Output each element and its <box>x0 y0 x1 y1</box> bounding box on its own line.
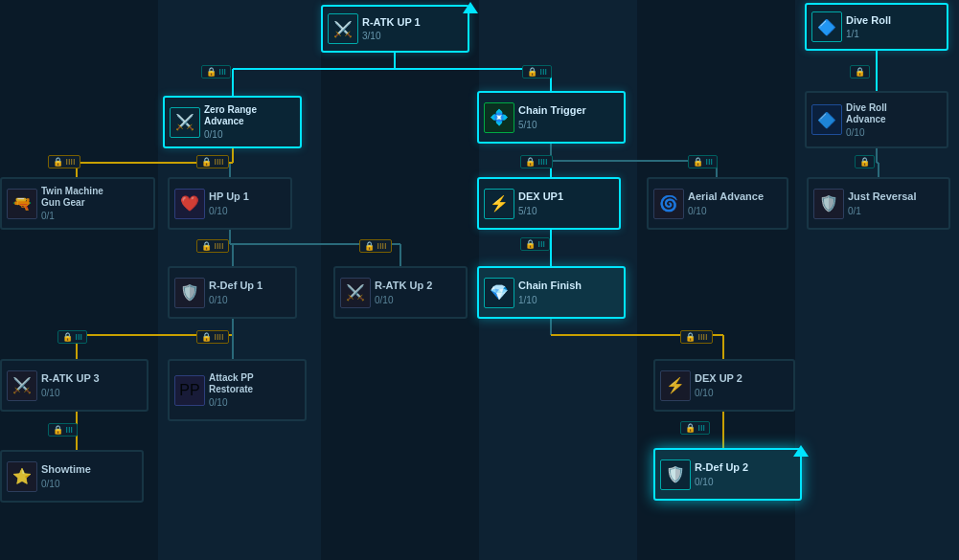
lock-dex-up2: 🔒 IIII <box>680 330 713 344</box>
col-bg-6 <box>795 0 959 560</box>
node-just-reversal[interactable]: 🛡️ Just Reversal 0/1 <box>807 177 950 230</box>
node-info-aerial-advance: Aerial Advance 0/10 <box>688 190 764 215</box>
node-level-ratk-up3: 0/10 <box>41 388 100 398</box>
lock-ratk-up3: 🔒 III <box>57 330 87 344</box>
node-info-ratk-up2: R-ATK Up 2 0/10 <box>375 280 432 304</box>
node-info-zero-range: Zero Range Advance 0/10 <box>204 104 271 140</box>
node-level-ratk-up2: 0/10 <box>375 295 432 305</box>
node-info-chain-trigger: Chain Trigger 5/10 <box>518 104 586 129</box>
node-icon-chain-trigger: 💠 <box>484 102 514 133</box>
node-icon-ratk-up3: ⚔️ <box>7 370 37 401</box>
node-icon-dive-roll: 🔷 <box>811 11 842 42</box>
node-info-dive-roll: Dive Roll 1/1 <box>846 14 891 39</box>
node-info-chain-finish: Chain Finish 1/10 <box>518 280 582 304</box>
node-info-atk-pp-restorate: Attack PP Restorate 0/10 <box>209 372 276 408</box>
node-aerial-advance[interactable]: 🌀 Aerial Advance 0/10 <box>647 177 788 230</box>
node-icon-twin-mg-gear: 🔫 <box>7 189 37 219</box>
node-chain-trigger[interactable]: 💠 Chain Trigger 5/10 <box>477 91 626 144</box>
node-icon-dex-up1: ⚡ <box>484 189 514 219</box>
node-level-aerial-advance: 0/10 <box>688 206 764 216</box>
node-icon-aerial-advance: 🌀 <box>653 189 684 219</box>
node-info-r-def-up2: R-Def Up 2 0/10 <box>695 461 748 486</box>
lock-chain-trigger: 🔒 III <box>522 65 552 78</box>
node-info-just-reversal: Just Reversal 0/1 <box>848 190 917 215</box>
lock-r-def-up2: 🔒 III <box>680 421 710 435</box>
node-name-chain-finish: Chain Finish <box>518 280 582 292</box>
node-icon-ratk-up1: ⚔️ <box>328 13 358 44</box>
node-name-twin-mg-gear: Twin Machine Gun Gear <box>41 186 108 209</box>
node-info-ratk-up3: R-ATK UP 3 0/10 <box>41 372 100 397</box>
node-r-def-up2[interactable]: 🛡️ R-Def Up 2 0/10 <box>653 448 802 501</box>
lock-dex-up1: 🔒 IIII <box>520 155 553 168</box>
lock-twin-mg: 🔒 IIII <box>48 155 80 168</box>
node-level-dive-roll: 1/1 <box>846 29 891 39</box>
node-icon-zero-range: ⚔️ <box>170 107 200 138</box>
node-info-dive-roll-advance: Dive Roll Advance 0/10 <box>846 102 913 138</box>
node-ratk-up3[interactable]: ⚔️ R-ATK UP 3 0/10 <box>0 359 148 412</box>
node-icon-atk-pp-restorate: PP <box>174 375 205 406</box>
node-level-dive-roll-advance: 0/10 <box>846 127 913 138</box>
node-dex-up2[interactable]: ⚡ DEX UP 2 0/10 <box>653 359 795 412</box>
node-icon-r-def-up1: 🛡️ <box>174 278 205 308</box>
node-level-just-reversal: 0/1 <box>848 206 917 216</box>
node-chain-finish[interactable]: 💎 Chain Finish 1/10 <box>477 266 626 319</box>
node-zero-range[interactable]: ⚔️ Zero Range Advance 0/10 <box>163 96 302 148</box>
lock-ratk-up2: 🔒 IIII <box>359 239 392 253</box>
node-dive-roll[interactable]: 🔷 Dive Roll 1/1 <box>805 3 948 51</box>
node-name-ratk-up2: R-ATK Up 2 <box>375 280 432 292</box>
node-dex-up1[interactable]: ⚡ DEX UP1 5/10 <box>477 177 621 230</box>
node-info-twin-mg-gear: Twin Machine Gun Gear 0/1 <box>41 186 108 221</box>
node-info-showtime: Showtime 0/10 <box>41 463 91 488</box>
node-level-chain-trigger: 5/10 <box>518 120 586 130</box>
node-name-dex-up2: DEX UP 2 <box>695 372 742 385</box>
lock-hp-up1: 🔒 IIII <box>196 155 229 168</box>
lock-zero-range: 🔒 III <box>201 65 231 78</box>
lock-r-def-up1: 🔒 IIII <box>196 239 229 253</box>
cursor-ratk-up1 <box>463 2 478 13</box>
node-level-dex-up1: 5/10 <box>518 206 563 216</box>
node-r-def-up1[interactable]: 🛡️ R-Def Up 1 0/10 <box>168 266 297 319</box>
lock-atk-pp: 🔒 IIII <box>196 330 229 344</box>
node-icon-just-reversal: 🛡️ <box>813 189 844 219</box>
lock-dive-roll-adv: 🔒 <box>850 65 870 78</box>
node-info-hp-up1: HP Up 1 0/10 <box>209 190 249 215</box>
lock-showtime: 🔒 III <box>48 423 78 437</box>
node-icon-chain-finish: 💎 <box>484 278 514 308</box>
lock-just-reversal: 🔒 <box>855 155 875 168</box>
node-hp-up1[interactable]: ❤️ HP Up 1 0/10 <box>168 177 292 230</box>
node-level-hp-up1: 0/10 <box>209 206 249 216</box>
node-level-zero-range: 0/10 <box>204 129 271 140</box>
node-icon-ratk-up2: ⚔️ <box>340 278 371 308</box>
lock-aerial-adv: 🔒 III <box>688 155 718 168</box>
node-name-just-reversal: Just Reversal <box>848 190 917 203</box>
node-level-twin-mg-gear: 0/1 <box>41 211 108 221</box>
node-name-dive-roll: Dive Roll <box>846 14 891 27</box>
lock-chain-finish: 🔒 III <box>520 237 550 251</box>
cursor-r-def-up2 <box>793 445 809 457</box>
node-level-chain-finish: 1/10 <box>518 295 582 305</box>
node-showtime[interactable]: ⭐ Showtime 0/10 <box>0 450 144 503</box>
node-level-atk-pp-restorate: 0/10 <box>209 397 276 408</box>
node-level-dex-up2: 0/10 <box>695 388 742 398</box>
node-icon-dex-up2: ⚡ <box>660 370 691 401</box>
node-atk-pp-restorate[interactable]: PP Attack PP Restorate 0/10 <box>168 359 307 421</box>
node-name-hp-up1: HP Up 1 <box>209 190 249 203</box>
node-info-dex-up2: DEX UP 2 0/10 <box>695 372 742 397</box>
node-name-showtime: Showtime <box>41 463 91 476</box>
node-level-r-def-up1: 0/10 <box>209 295 263 305</box>
node-ratk-up2[interactable]: ⚔️ R-ATK Up 2 0/10 <box>333 266 468 319</box>
node-icon-r-def-up2: 🛡️ <box>660 459 691 490</box>
node-info-r-def-up1: R-Def Up 1 0/10 <box>209 280 263 304</box>
node-ratk-up1[interactable]: ⚔️ R-ATK UP 1 3/10 <box>321 5 469 53</box>
node-twin-mg-gear[interactable]: 🔫 Twin Machine Gun Gear 0/1 <box>0 177 155 230</box>
node-dive-roll-advance[interactable]: 🔷 Dive Roll Advance 0/10 <box>805 91 948 148</box>
node-name-r-def-up1: R-Def Up 1 <box>209 280 263 292</box>
node-name-chain-trigger: Chain Trigger <box>518 104 586 117</box>
node-icon-dive-roll-advance: 🔷 <box>811 104 842 135</box>
node-level-showtime: 0/10 <box>41 479 91 489</box>
node-name-ratk-up3: R-ATK UP 3 <box>41 372 100 385</box>
node-level-ratk-up1: 3/10 <box>362 31 421 41</box>
node-name-atk-pp-restorate: Attack PP Restorate <box>209 372 276 395</box>
node-name-dive-roll-advance: Dive Roll Advance <box>846 102 913 125</box>
node-info-ratk-up1: R-ATK UP 1 3/10 <box>362 16 421 41</box>
